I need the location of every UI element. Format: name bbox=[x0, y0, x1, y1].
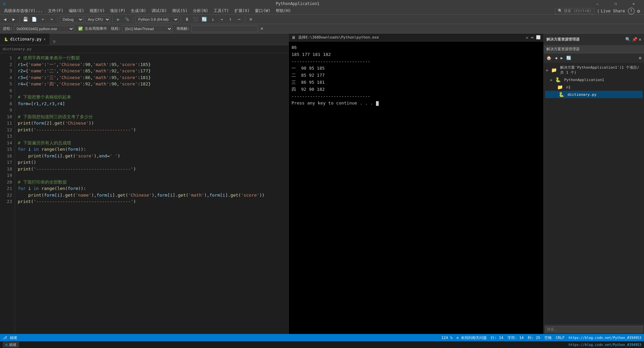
undo-button[interactable]: ↶ bbox=[39, 16, 47, 23]
menu-view[interactable]: 视图(V) bbox=[87, 7, 108, 15]
thread-select[interactable]: [0x1] MainThread bbox=[122, 25, 172, 32]
menu-file[interactable]: 高级保存选项(V)... bbox=[1, 7, 45, 15]
pause-button[interactable]: ⏸ bbox=[183, 16, 191, 23]
separator6 bbox=[245, 16, 245, 22]
search-bar[interactable]: 🔍 搜索 (Ctrl+Q) bbox=[555, 8, 594, 14]
menu-build[interactable]: 生成(B) bbox=[128, 7, 149, 15]
menu-help[interactable]: 帮助(H) bbox=[273, 7, 294, 15]
soln-nav-refresh[interactable]: 🔄 bbox=[565, 55, 573, 61]
close-button[interactable]: ✕ bbox=[626, 0, 641, 7]
separator3 bbox=[112, 16, 113, 22]
minimize-button[interactable]: — bbox=[590, 0, 605, 7]
line-numbers: 1 2 3 4 5 6 7 8 9 10 11 12 13 14 15 16 1… bbox=[0, 53, 15, 334]
breadcrumb-dropdown[interactable]: ▼ bbox=[53, 39, 56, 45]
soln-root-icon: 📁 bbox=[551, 67, 557, 73]
terminal-title: 选择E:\360Downloads\Python\python.exe bbox=[298, 35, 379, 40]
taskbar-blog-link[interactable]: https://blog.csdn.net/Python_#394953 bbox=[569, 343, 641, 347]
python-version-select[interactable]: Python 3.8 (64-bit) bbox=[135, 16, 179, 23]
soln-project-icon: 🐍 bbox=[555, 77, 561, 82]
soln-nav-home[interactable]: 🏠 bbox=[545, 55, 553, 61]
status-bar: ⎇ 就绪 124 % ⊙ 未找到相关问题 行: 14 字符: 14 列: 25 … bbox=[0, 334, 644, 341]
soln-nav-back[interactable]: ◀ bbox=[553, 55, 558, 61]
menu-edit[interactable]: 编辑(E) bbox=[66, 7, 87, 15]
tab-close-button[interactable]: × bbox=[44, 38, 46, 41]
issues-indicator[interactable]: ⊙ 未找到相关问题 bbox=[457, 335, 487, 340]
help-icon[interactable]: ? bbox=[628, 8, 635, 14]
position-indicator[interactable]: 列: 25 bbox=[528, 335, 540, 340]
git-icon[interactable]: ⎇ bbox=[3, 336, 7, 340]
terminal-close-button[interactable]: ✕ bbox=[526, 35, 528, 40]
col-indicator[interactable]: 字符: 14 bbox=[507, 335, 524, 340]
step-into-button[interactable]: ↓ bbox=[209, 16, 217, 23]
live-share-icon: ⟨ bbox=[597, 9, 599, 13]
line-ending-indicator[interactable]: CRLF bbox=[556, 336, 565, 340]
code-editor[interactable]: 1 2 3 4 5 6 7 8 9 10 11 12 13 14 15 16 1… bbox=[0, 53, 288, 334]
live-share-label: Live Share bbox=[601, 9, 625, 13]
menu-test[interactable]: 测试(S) bbox=[169, 7, 190, 15]
start-label: 就绪 bbox=[9, 342, 16, 347]
start-button[interactable]: ⊞ 就绪 bbox=[3, 342, 19, 348]
redo-button[interactable]: ↷ bbox=[48, 16, 55, 23]
debug-config-select[interactable]: Debug Release bbox=[60, 16, 84, 23]
solution-tree: ▶ 📁 解决方案'PythonApplication1'(1 个项目/共 1 个… bbox=[544, 63, 644, 324]
soln-project-expand: ▶ bbox=[550, 78, 552, 82]
settings-icon[interactable]: ⚙ bbox=[637, 8, 640, 14]
soln-nav-settings[interactable]: ⚙ bbox=[638, 55, 643, 61]
menu-tools[interactable]: 工具(T) bbox=[211, 7, 232, 15]
taskbar-right: https://blog.csdn.net/Python_#394953 bbox=[569, 343, 641, 347]
soln-search-icon[interactable]: 🔍 bbox=[625, 37, 631, 42]
terminal-minimize-icon[interactable]: ▬ bbox=[531, 35, 533, 40]
run-button[interactable]: ▶ bbox=[115, 16, 122, 23]
row-indicator[interactable]: 行: 14 bbox=[491, 335, 503, 340]
attach-button[interactable]: 📎 bbox=[123, 16, 131, 23]
stack-input[interactable] bbox=[191, 25, 258, 32]
stop-button[interactable]: ⬛ bbox=[192, 16, 199, 23]
back-button[interactable]: ◀ bbox=[1, 16, 9, 23]
soln-nav-forward[interactable]: ▶ bbox=[559, 55, 564, 61]
step-out-button[interactable]: ↑ bbox=[227, 16, 234, 23]
code-content[interactable]: # 使用字典对象来表示一行数据 r1={'name':'一','Chinese'… bbox=[15, 53, 288, 334]
title-bar-controls: — ❐ ✕ bbox=[590, 0, 641, 7]
soln-expand-icon: ▶ bbox=[546, 68, 548, 72]
menu-project[interactable]: 项目(P) bbox=[107, 7, 128, 15]
more-debug-btn[interactable]: ⋯ bbox=[235, 16, 243, 23]
step-over-button[interactable]: → bbox=[218, 16, 225, 23]
restore-button[interactable]: ❐ bbox=[608, 0, 623, 7]
save-button[interactable]: 💾 bbox=[22, 16, 29, 23]
soln-project[interactable]: ▶ 🐍 PythonApplication1 bbox=[545, 76, 643, 83]
menu-extensions[interactable]: 扩展(X) bbox=[232, 7, 253, 15]
main-toolbar: ◀ ▶ 💾 📄 ↶ ↷ Debug Release Any CPU x86 x6… bbox=[0, 15, 644, 24]
soln-folder-label: n1 bbox=[566, 85, 571, 89]
terminal-content[interactable]: 86 185 177 181 182 ---------------------… bbox=[289, 42, 543, 334]
search-icon: 🔍 bbox=[558, 9, 562, 13]
menu-analyze[interactable]: 分析(N) bbox=[190, 7, 211, 15]
soln-close-icon[interactable]: ✕ bbox=[639, 37, 641, 42]
save-all-button[interactable]: 📄 bbox=[31, 16, 38, 23]
solution-explorer: 解决方案资源管理器 🔍 📌 ✕ 解决方案资源管理器 🏠 ◀ ▶ 🔄 ⚙ ▶ 📁 … bbox=[543, 33, 644, 334]
tab-bar: 🐍 dictionary.py × ▼ bbox=[0, 33, 288, 45]
process-select[interactable]: 0x00001b60] python.exe bbox=[14, 25, 74, 32]
separator5 bbox=[181, 16, 181, 22]
cpu-select[interactable]: Any CPU x86 x64 bbox=[85, 16, 110, 23]
soln-root[interactable]: ▶ 📁 解决方案'PythonApplication1'(1 个项目/共 1 个… bbox=[545, 64, 643, 76]
terminal-maximize-icon[interactable]: ⬜ bbox=[536, 35, 541, 40]
blog-link[interactable]: https://blog.csdn.net/Python_#394953 bbox=[569, 336, 641, 340]
encoding-indicator[interactable]: 空格 bbox=[544, 335, 552, 340]
soln-search-bar bbox=[544, 324, 644, 334]
restart-button[interactable]: 🔄 bbox=[201, 16, 208, 23]
debug-filter-icon[interactable]: ≡ bbox=[261, 26, 263, 31]
menu-file2[interactable]: 文件(F) bbox=[45, 7, 66, 15]
zoom-level[interactable]: 124 % bbox=[441, 336, 452, 340]
soln-file-dictionary[interactable]: 🐍 dictionary.py bbox=[545, 91, 643, 98]
live-share-button[interactable]: ⟨ Live Share bbox=[597, 9, 625, 13]
breakpoint-btn[interactable]: ⊙ bbox=[247, 16, 255, 23]
soln-search-input[interactable] bbox=[545, 326, 643, 333]
menu-debug[interactable]: 调试(D) bbox=[149, 7, 170, 15]
soln-folder-n1[interactable]: 📁 n1 bbox=[545, 83, 643, 91]
separator2 bbox=[57, 16, 58, 22]
menu-window[interactable]: 窗口(W) bbox=[252, 7, 273, 15]
forward-button[interactable]: ▶ bbox=[10, 16, 17, 23]
soln-pin-icon[interactable]: 📌 bbox=[632, 37, 637, 42]
separator4 bbox=[133, 16, 133, 22]
file-tab-dictionary[interactable]: 🐍 dictionary.py × bbox=[0, 33, 50, 45]
